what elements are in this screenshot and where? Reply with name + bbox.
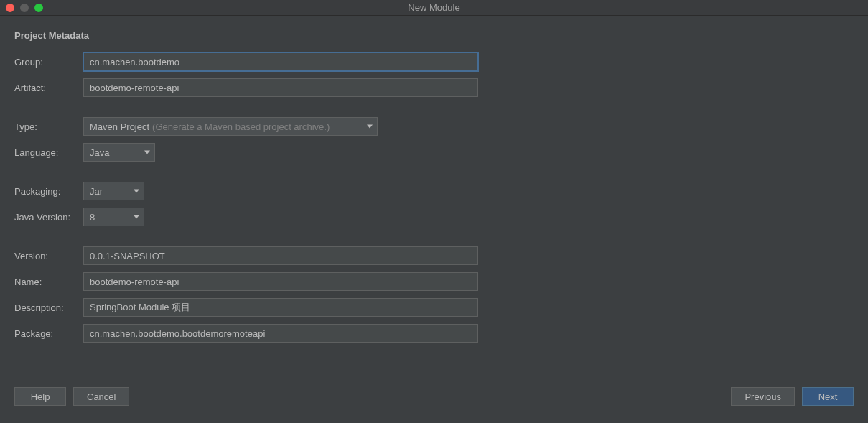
description-label: Description: (14, 302, 83, 313)
content-area: Project Metadata Group: Artifact: Type: … (0, 16, 868, 423)
previous-button[interactable]: Previous (731, 387, 795, 406)
artifact-row: Artifact: (14, 78, 854, 97)
packaging-value: Jar (90, 186, 103, 197)
java-version-row: Java Version: 8 (14, 208, 854, 226)
name-input[interactable] (83, 272, 478, 291)
window-title: New Module (408, 2, 459, 13)
cancel-button[interactable]: Cancel (73, 387, 129, 406)
chevron-down-icon (134, 190, 139, 193)
packaging-row: Packaging: Jar (14, 182, 854, 200)
chevron-down-icon (367, 125, 373, 129)
name-row: Name: (14, 272, 854, 291)
left-buttons: Help Cancel (14, 387, 129, 406)
artifact-label: Artifact: (14, 83, 83, 93)
chevron-down-icon (144, 151, 150, 154)
version-input[interactable] (83, 246, 478, 265)
close-window-button[interactable] (6, 4, 14, 12)
type-row: Type: Maven Project (Generate a Maven ba… (14, 117, 854, 136)
package-label: Package: (14, 328, 83, 339)
java-version-select[interactable]: 8 (83, 208, 144, 226)
section-title: Project Metadata (14, 30, 854, 41)
package-input[interactable] (83, 324, 478, 343)
language-value: Java (90, 147, 109, 158)
group-input[interactable] (83, 52, 478, 71)
help-button[interactable]: Help (14, 387, 66, 406)
version-row: Version: (14, 246, 854, 265)
language-select[interactable]: Java (83, 143, 155, 162)
type-select[interactable]: Maven Project (Generate a Maven based pr… (83, 117, 378, 136)
type-value: Maven Project (90, 121, 149, 132)
java-version-label: Java Version: (14, 212, 83, 223)
right-buttons: Previous Next (731, 387, 854, 406)
chevron-down-icon (134, 215, 139, 219)
description-input[interactable] (83, 298, 478, 317)
description-row: Description: (14, 298, 854, 317)
packaging-select[interactable]: Jar (83, 182, 144, 200)
package-row: Package: (14, 324, 854, 343)
version-label: Version: (14, 251, 83, 261)
language-label: Language: (14, 147, 83, 158)
language-row: Language: Java (14, 143, 854, 162)
button-bar: Help Cancel Previous Next (14, 387, 854, 409)
next-button[interactable]: Next (802, 387, 854, 406)
traffic-lights (0, 4, 43, 12)
name-label: Name: (14, 276, 83, 287)
minimize-window-button[interactable] (20, 4, 29, 12)
group-label: Group: (14, 57, 83, 68)
type-label: Type: (14, 121, 83, 132)
type-hint: (Generate a Maven based project archive.… (152, 121, 330, 132)
maximize-window-button[interactable] (34, 4, 43, 12)
java-version-value: 8 (90, 212, 95, 223)
artifact-input[interactable] (83, 78, 478, 97)
group-row: Group: (14, 52, 854, 71)
titlebar: New Module (0, 0, 868, 16)
packaging-label: Packaging: (14, 186, 83, 197)
